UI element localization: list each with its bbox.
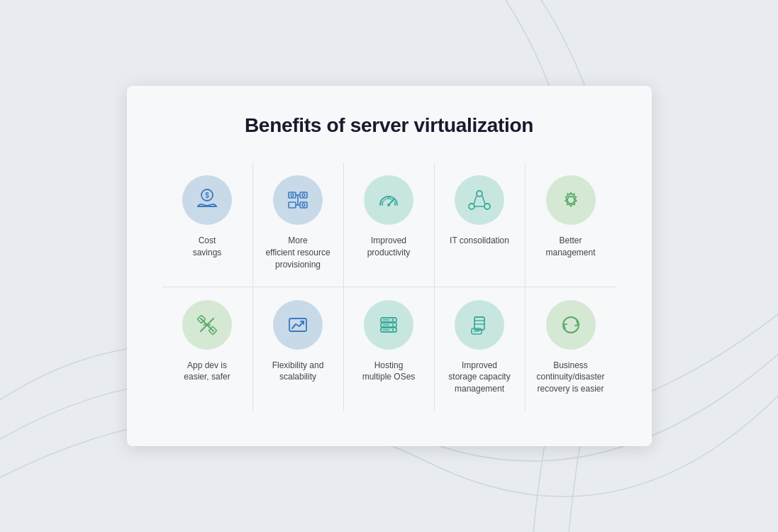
server-layers-icon bbox=[375, 311, 402, 338]
cost-savings-label: Costsavings bbox=[193, 235, 222, 259]
benefit-hosting-oses: Hostingmultiple OSes bbox=[344, 287, 435, 411]
benefits-grid: $ Costsavings bbox=[162, 162, 616, 411]
svg-line-20 bbox=[474, 196, 477, 204]
gear-icon bbox=[557, 187, 584, 214]
svg-line-21 bbox=[482, 196, 485, 204]
hosting-oses-icon-circle bbox=[364, 300, 413, 350]
svg-point-9 bbox=[291, 194, 294, 196]
svg-point-11 bbox=[302, 204, 305, 206]
better-management-icon-circle bbox=[546, 175, 596, 225]
slide-card: Benefits of server virtualization $ Cost… bbox=[127, 86, 652, 446]
resource-provisioning-label: Moreefficient resourceprovisioning bbox=[265, 235, 330, 270]
network-icon bbox=[466, 187, 493, 214]
benefit-improved-productivity: Improvedproductivity bbox=[344, 162, 435, 287]
svg-point-10 bbox=[302, 194, 305, 196]
svg-point-33 bbox=[392, 318, 394, 321]
flexibility-scalability-label: Flexibility andscalability bbox=[272, 360, 324, 384]
better-management-label: Bettermanagement bbox=[545, 235, 595, 259]
benefit-business-continuity: Businesscontinuity/disasterrecovery is e… bbox=[526, 287, 616, 411]
it-consolidation-label: IT consolidation bbox=[450, 235, 509, 247]
server-settings-icon bbox=[284, 187, 311, 214]
it-consolidation-icon-circle bbox=[455, 175, 504, 225]
benefit-resource-provisioning: Moreefficient resourceprovisioning bbox=[253, 162, 344, 287]
svg-point-23 bbox=[567, 196, 574, 204]
benefit-cost-savings: $ Costsavings bbox=[162, 162, 253, 287]
benefit-storage-capacity: Improvedstorage capacitymanagement bbox=[435, 287, 526, 411]
money-hand-icon: $ bbox=[194, 187, 221, 214]
flexibility-scalability-icon-circle bbox=[273, 300, 323, 350]
svg-point-34 bbox=[392, 323, 394, 326]
svg-point-35 bbox=[392, 328, 394, 331]
svg-point-19 bbox=[484, 204, 490, 209]
database-icon bbox=[466, 311, 493, 338]
improved-productivity-icon-circle bbox=[364, 175, 413, 225]
app-dev-icon-circle bbox=[182, 300, 232, 350]
growth-arrow-icon bbox=[284, 311, 311, 338]
slide-title: Benefits of server virtualization bbox=[162, 114, 616, 137]
recycle-icon bbox=[557, 311, 584, 338]
benefit-app-dev: App dev iseasier, safer bbox=[162, 287, 253, 411]
speedometer-icon bbox=[375, 187, 402, 214]
business-continuity-icon-circle bbox=[546, 300, 596, 350]
svg-rect-4 bbox=[289, 202, 296, 208]
resource-provisioning-icon-circle bbox=[273, 175, 323, 225]
benefit-better-management: Bettermanagement bbox=[526, 162, 616, 287]
storage-capacity-label: Improvedstorage capacitymanagement bbox=[448, 360, 510, 395]
benefit-flexibility-scalability: Flexibility andscalability bbox=[253, 287, 344, 411]
benefit-it-consolidation: IT consolidation bbox=[435, 162, 526, 287]
hosting-oses-label: Hostingmultiple OSes bbox=[362, 360, 416, 384]
svg-rect-2 bbox=[289, 192, 296, 198]
svg-point-13 bbox=[387, 204, 390, 206]
svg-rect-3 bbox=[300, 192, 307, 198]
svg-rect-5 bbox=[300, 202, 307, 208]
storage-capacity-icon-circle bbox=[455, 300, 504, 350]
svg-point-17 bbox=[477, 191, 482, 196]
business-continuity-label: Businesscontinuity/disasterrecovery is e… bbox=[536, 360, 604, 395]
improved-productivity-label: Improvedproductivity bbox=[367, 235, 411, 259]
app-dev-label: App dev iseasier, safer bbox=[184, 360, 230, 384]
svg-text:$: $ bbox=[205, 192, 209, 199]
tools-icon bbox=[194, 311, 221, 338]
svg-point-18 bbox=[469, 204, 474, 209]
cost-savings-icon-circle: $ bbox=[182, 175, 232, 225]
